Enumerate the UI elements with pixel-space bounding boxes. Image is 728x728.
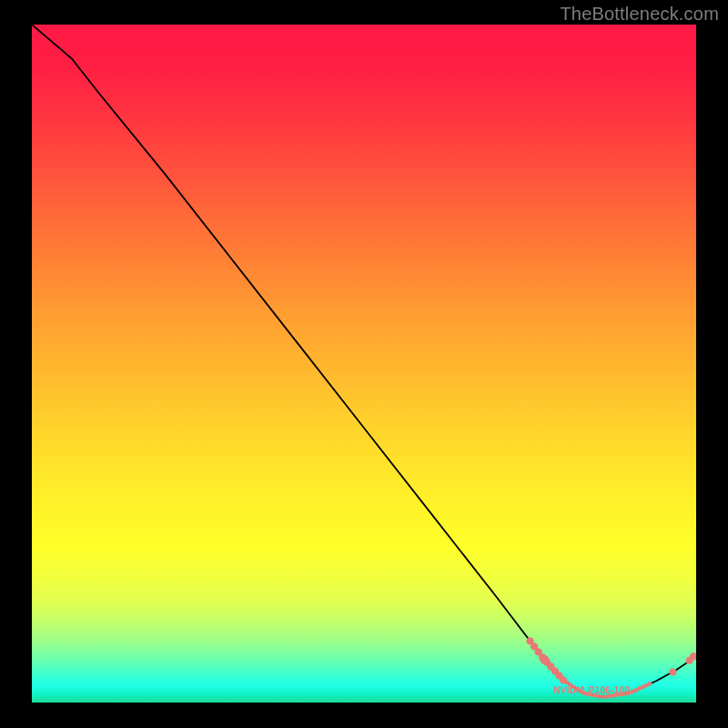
bottleneck-curve	[32, 25, 696, 697]
data-dot	[669, 669, 676, 676]
watermark-text: TheBottleneck.com	[560, 4, 719, 25]
data-dot	[541, 655, 550, 664]
chart-svg	[32, 25, 696, 703]
plot-area: NVIDIA P106-100	[32, 25, 696, 703]
data-dot	[648, 682, 652, 686]
chart-container: TheBottleneck.com NVIDIA P106-100	[0, 0, 728, 728]
series-label: NVIDIA P106-100	[553, 685, 630, 695]
